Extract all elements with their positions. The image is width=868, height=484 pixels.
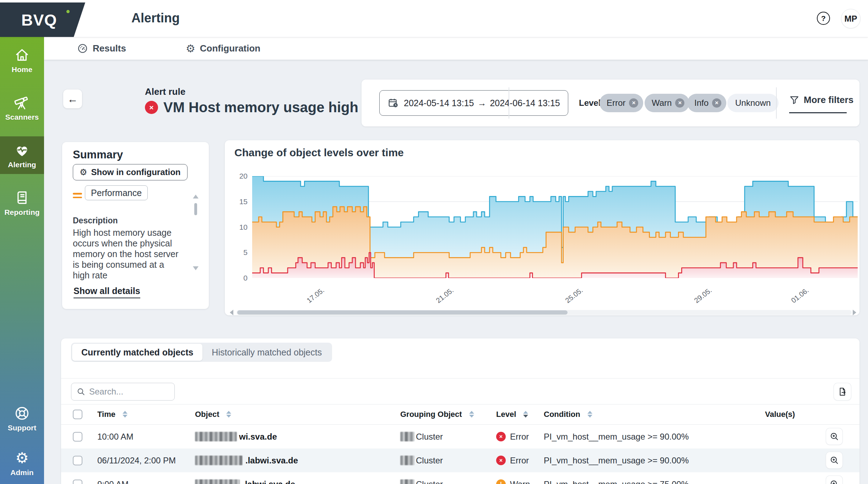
table-row[interactable]: 9:00 AM .labwi.sva.de Cluster !Warn PI_v… <box>61 472 859 484</box>
date-range-start: 2024-05-14 13:15 <box>404 98 474 108</box>
condition-cell: PI_vm_host__mem_usage >= 75.00% <box>544 479 689 484</box>
search-input[interactable] <box>89 387 169 397</box>
y-axis-tick: 15 <box>231 197 248 206</box>
column-header-time[interactable]: Time <box>97 410 128 419</box>
inspect-values-button[interactable] <box>826 476 842 484</box>
chip-label: Warn <box>652 98 672 108</box>
inspect-values-button[interactable] <box>826 428 842 445</box>
tab-configuration[interactable]: ⚙ Configuration <box>186 42 260 55</box>
remove-chip-icon[interactable]: × <box>675 98 684 108</box>
table-row[interactable]: 10:00 AM wi.sva.de Cluster ×Error PI_vm_… <box>61 425 859 448</box>
x-axis-tick: 21.05. <box>434 281 462 305</box>
sort-icon[interactable] <box>123 411 128 418</box>
x-axis-tick: 01.06. <box>790 281 817 305</box>
divider <box>61 378 859 379</box>
row-checkbox[interactable] <box>73 479 82 484</box>
chart-scrollbar-track[interactable] <box>237 310 852 315</box>
summary-heading: Summary <box>73 148 123 161</box>
column-header-condition[interactable]: Condition <box>544 410 592 419</box>
sidebar-item-label: Reporting <box>4 208 39 217</box>
more-filters-label: More filters <box>804 94 853 105</box>
row-checkbox[interactable] <box>73 456 82 465</box>
remove-chip-icon[interactable]: × <box>712 98 721 108</box>
sidebar-item-reporting[interactable]: Reporting <box>0 184 44 222</box>
show-in-configuration-label: Show in configuration <box>91 167 181 177</box>
column-header-object[interactable]: Object <box>195 410 231 419</box>
grouping-object-cell: Cluster <box>400 432 443 442</box>
sidebar-item-scanners[interactable]: Scanners <box>0 89 44 126</box>
matched-objects-card: Currently matched objects Historically m… <box>61 338 859 484</box>
bvq-logo[interactable]: BVQ <box>0 2 85 37</box>
category-tag: Performance <box>85 185 148 200</box>
calendar-clock-icon <box>387 97 399 109</box>
sidebar-item-alerting[interactable]: Alerting <box>0 136 44 174</box>
row-checkbox[interactable] <box>73 432 82 441</box>
sort-icon[interactable] <box>469 411 474 418</box>
inspect-values-button[interactable] <box>826 452 842 468</box>
zoom-in-icon <box>829 431 839 441</box>
summary-card: Summary ⚙ Show in configuration Performa… <box>62 142 209 309</box>
select-all-checkbox[interactable] <box>73 409 82 419</box>
level-chip-error[interactable]: Error × <box>600 94 643 112</box>
y-axis-tick: 10 <box>231 223 248 232</box>
matched-objects-tabs: Currently matched objects Historically m… <box>71 343 332 362</box>
scroll-left-icon[interactable] <box>230 310 233 315</box>
sort-icon[interactable] <box>226 411 231 418</box>
sidebar-item-label: Alerting <box>8 161 36 169</box>
gear-icon: ⚙ <box>80 167 87 177</box>
bvq-logo-text: BVQ <box>21 11 57 29</box>
export-icon <box>837 387 847 397</box>
level-chip-warn[interactable]: Warn × <box>645 94 689 112</box>
show-in-configuration-button[interactable]: ⚙ Show in configuration <box>73 164 188 180</box>
search-icon <box>76 387 86 396</box>
redacted-text <box>400 479 414 484</box>
level-chip-unknown[interactable]: Unknown <box>727 94 779 112</box>
avatar[interactable]: MP <box>841 9 861 28</box>
divider <box>509 87 509 119</box>
column-header-grouping-object[interactable]: Grouping Object <box>400 410 474 419</box>
tab-results[interactable]: Results <box>77 43 126 54</box>
tab-currently-matched[interactable]: Currently matched objects <box>72 344 202 361</box>
sort-icon[interactable] <box>587 411 592 418</box>
page-title: Alerting <box>131 11 180 26</box>
sidebar-item-admin[interactable]: ⚙ Admin <box>0 444 44 482</box>
condition-cell: PI_vm_host__mem_usage >= 90.00% <box>544 456 689 466</box>
redacted-text <box>195 432 237 441</box>
redacted-text <box>400 456 414 465</box>
level-chip-info[interactable]: Info × <box>687 94 726 112</box>
sidebar-item-label: Scanners <box>5 113 39 121</box>
sort-icon[interactable] <box>523 411 528 418</box>
time-cell: 10:00 AM <box>97 432 133 442</box>
back-button[interactable]: ← <box>63 89 82 108</box>
remove-chip-icon[interactable]: × <box>629 98 638 108</box>
show-all-details-link[interactable]: Show all details <box>74 286 140 298</box>
grouping-object-cell: Cluster <box>400 479 443 484</box>
chart-scrollbar-thumb[interactable] <box>237 310 568 315</box>
summary-scrollbar-thumb[interactable] <box>194 203 197 215</box>
redacted-text <box>195 456 243 465</box>
scroll-down-icon[interactable] <box>193 266 199 270</box>
sidebar-item-support[interactable]: Support <box>0 399 44 437</box>
scroll-right-icon[interactable] <box>853 310 856 315</box>
tab-configuration-label: Configuration <box>200 43 260 54</box>
export-button[interactable] <box>834 383 851 400</box>
more-filters-button[interactable]: More filters <box>789 94 853 105</box>
category-icon <box>73 191 82 200</box>
column-header-level[interactable]: Level <box>496 410 528 419</box>
description-label: Description <box>73 216 118 225</box>
tab-historically-matched[interactable]: Historically matched objects <box>202 344 331 361</box>
levels-over-time-chart[interactable] <box>252 176 858 278</box>
sidebar-item-home[interactable]: Home <box>0 41 44 79</box>
table-row[interactable]: 06/11/2024, 2:00 PM .labwi.sva.de Cluste… <box>61 448 859 472</box>
x-axis-tick: 29.05. <box>693 281 720 305</box>
y-axis-tick: 5 <box>231 248 248 257</box>
scroll-up-icon[interactable] <box>193 195 199 199</box>
date-range-input[interactable]: 2024-05-14 13:15 → 2024-06-14 13:15 <box>379 90 568 116</box>
help-icon[interactable]: ? <box>817 12 830 25</box>
level-cell: ×Error <box>496 432 529 442</box>
column-header-values: Value(s) <box>765 410 795 419</box>
gear-icon: ⚙ <box>15 450 29 466</box>
object-cell: .labwi.sva.de <box>195 479 295 484</box>
table-header-row: Time Object Grouping Object Level Condit… <box>61 404 859 425</box>
time-cell: 9:00 AM <box>97 479 129 484</box>
